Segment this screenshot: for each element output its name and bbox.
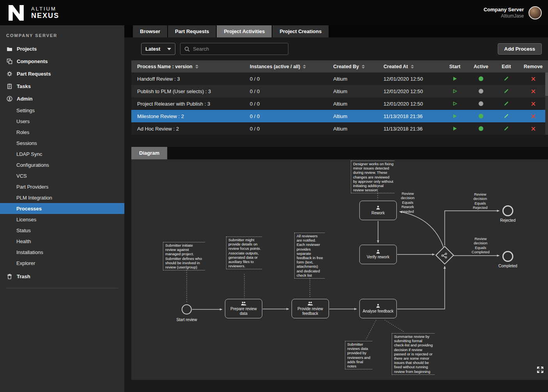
cell-instances: 0 / 0: [250, 113, 333, 119]
remove-process-button[interactable]: [518, 76, 548, 81]
column-header-created-by[interactable]: Created By: [333, 64, 384, 69]
remove-process-button[interactable]: [518, 126, 548, 131]
diagram-node-rejected-end-event[interactable]: [502, 205, 513, 216]
cell-created-at: 12/01/2020 12:50: [384, 88, 442, 94]
pencil-icon: [504, 101, 509, 106]
tab-project-creations[interactable]: Project Creations: [272, 25, 329, 37]
sort-icon[interactable]: [303, 65, 306, 69]
diagram-node-rework[interactable]: Rework: [359, 201, 397, 220]
avatar[interactable]: [529, 6, 542, 19]
sidebar-subitem-roles[interactable]: Roles: [0, 127, 124, 138]
sort-icon[interactable]: [411, 65, 414, 69]
remove-process-button[interactable]: [518, 101, 548, 106]
start-process-button[interactable]: [442, 113, 468, 119]
edit-process-button[interactable]: [494, 76, 518, 81]
cell-created-at: 12/01/2020 12:50: [384, 101, 442, 107]
sidebar-subitem-status[interactable]: Status: [0, 225, 124, 236]
tab-project-activities[interactable]: Project Activities: [217, 25, 272, 37]
column-header-name[interactable]: Process Name : version: [131, 64, 250, 69]
user-block[interactable]: Company Server AltiumJase: [484, 6, 542, 19]
node-label: Provide review feedback: [293, 307, 327, 316]
diagram-node-start-event[interactable]: [182, 304, 192, 314]
column-header-instances[interactable]: Instances (active / all): [250, 64, 333, 69]
column-header-created-at[interactable]: Created At: [384, 64, 442, 69]
user-icon: [376, 304, 380, 308]
cell-created-by: Altium: [333, 113, 384, 119]
logo-line1: ALTIUM: [31, 6, 59, 12]
diagram-node-prepare-review-data[interactable]: Prepare review data: [225, 299, 262, 318]
sidebar-subitem-users[interactable]: Users: [0, 116, 124, 127]
table-row[interactable]: Handoff Review : 3 0 / 0 Altium 12/01/20…: [131, 72, 548, 85]
diagram-node-completed-end-event[interactable]: [502, 251, 513, 262]
sidebar-subitem-configurations[interactable]: Configurations: [0, 159, 124, 170]
annotation-reviewers-notified: All reviewers are notified. Each reviewe…: [294, 233, 325, 279]
remove-process-button[interactable]: [518, 114, 548, 119]
edit-process-button[interactable]: [494, 88, 518, 94]
start-process-button[interactable]: [442, 76, 468, 81]
sidebar-subitem-plm-integration[interactable]: PLM Integration: [0, 192, 124, 203]
edit-process-button[interactable]: [494, 126, 518, 131]
column-header-start: Start: [442, 64, 468, 69]
filter-select[interactable]: Latest: [141, 43, 175, 55]
diagram-node-analyse-feedback[interactable]: Analyse feedback: [359, 299, 397, 318]
table-row[interactable]: Ad Hoc Review : 2 0 / 0 Altium 11/13/201…: [131, 122, 548, 135]
sidebar-subitem-settings[interactable]: Settings: [0, 105, 124, 116]
sidebar-subitem-part-providers[interactable]: Part Providers: [0, 181, 124, 192]
table-scrollbar[interactable]: [545, 72, 548, 135]
edit-process-button[interactable]: [494, 113, 518, 119]
column-label: Active: [474, 64, 488, 69]
table-row[interactable]: Project Releaser with Publish : 3 0 / 0 …: [131, 97, 548, 110]
pencil-icon: [504, 126, 509, 131]
sidebar-subitem-vcs[interactable]: VCS: [0, 170, 124, 181]
play-icon: [452, 76, 458, 81]
server-name: Company Server: [484, 7, 524, 12]
cell-created-by: Altium: [333, 88, 384, 94]
sort-icon[interactable]: [195, 65, 198, 69]
sidebar-subitem-health[interactable]: Health: [0, 236, 124, 247]
sidebar-subitem-licenses[interactable]: Licenses: [0, 214, 124, 225]
column-header-active: Active: [468, 64, 494, 69]
table-row[interactable]: Publish to PLM (User selects) : 3 0 / 0 …: [131, 85, 548, 97]
tab-part-requests[interactable]: Part Requests: [168, 25, 216, 37]
tab-diagram[interactable]: Diagram: [131, 147, 167, 159]
sidebar-subitem-installations[interactable]: Installations: [0, 247, 124, 258]
cell-process-name: Publish to PLM (User selects) : 3: [131, 88, 250, 94]
sidebar-section-label: COMPANY SERVER: [0, 25, 124, 42]
node-label: Verify rework: [367, 255, 389, 260]
folder-icon: [7, 46, 12, 52]
sidebar-subitem-sessions[interactable]: Sessions: [0, 138, 124, 148]
cell-process-name: Milestone Review : 2: [131, 113, 250, 119]
close-icon: [531, 114, 536, 119]
start-process-button[interactable]: [442, 88, 468, 94]
sidebar-subitem-processes[interactable]: Processes: [0, 203, 124, 214]
sidebar-item-tasks[interactable]: Tasks: [0, 80, 124, 92]
tab-browser[interactable]: Browser: [133, 25, 167, 37]
remove-process-button[interactable]: [518, 89, 548, 94]
table-row-selected[interactable]: Milestone Review : 2 0 / 0 Altium 11/13/…: [131, 110, 548, 122]
subitem-label: Installations: [16, 249, 43, 255]
scrollbar-thumb[interactable]: [545, 72, 548, 96]
diagram-canvas[interactable]: Designer works on fixing minor issues de…: [131, 159, 548, 380]
diagram-node-verify-rework[interactable]: Verify rework: [359, 245, 397, 264]
user-name: AltiumJase: [484, 13, 524, 19]
pencil-icon: [504, 113, 509, 119]
column-label: Remove: [524, 64, 543, 69]
edit-process-button[interactable]: [494, 101, 518, 106]
sidebar-subitem-ldap-sync[interactable]: LDAP Sync: [0, 148, 124, 159]
sort-icon[interactable]: [362, 65, 365, 69]
diagram-node-provide-review-feedback[interactable]: Provide review feedback: [292, 299, 329, 318]
sidebar-item-trash[interactable]: Trash: [0, 270, 124, 283]
active-status: [468, 126, 494, 131]
search-input[interactable]: [193, 46, 284, 52]
sidebar-item-components[interactable]: Components: [0, 55, 124, 67]
sidebar-item-admin[interactable]: Admin: [0, 92, 124, 105]
sidebar-item-part-requests[interactable]: Part Requests: [0, 67, 124, 80]
add-process-button[interactable]: Add Process: [498, 43, 542, 55]
start-process-button[interactable]: [442, 101, 468, 106]
start-process-button[interactable]: [442, 126, 468, 131]
tab-label: Project Activities: [224, 28, 265, 34]
clipboard-icon: [7, 83, 12, 89]
fullscreen-button[interactable]: [537, 367, 543, 374]
sidebar-item-projects[interactable]: Projects: [0, 42, 124, 55]
sidebar-subitem-explorer[interactable]: Explorer: [0, 258, 124, 268]
